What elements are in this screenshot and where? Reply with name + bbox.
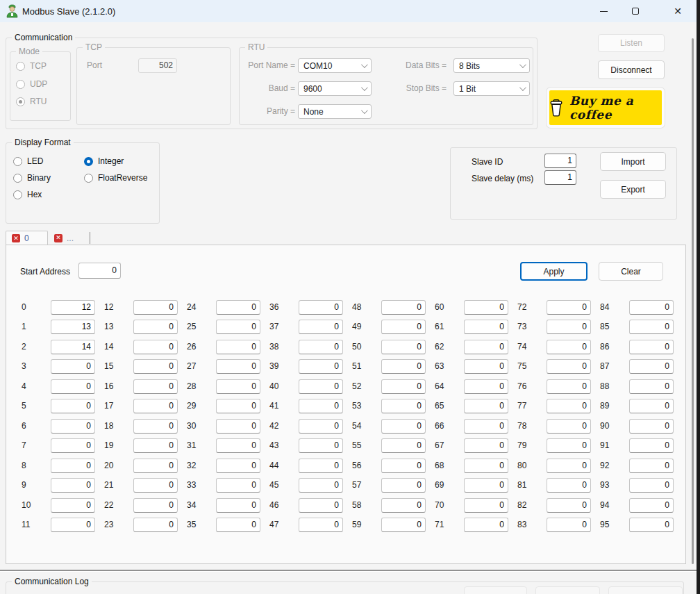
- register-input-22[interactable]: 0: [133, 498, 178, 513]
- radio-floatreverse[interactable]: FloatReverse: [84, 173, 147, 183]
- register-input-41[interactable]: 0: [299, 399, 343, 413]
- register-input-47[interactable]: 0: [299, 518, 343, 532]
- register-input-1[interactable]: 13: [51, 320, 95, 334]
- register-input-71[interactable]: 0: [464, 518, 508, 532]
- register-input-10[interactable]: 0: [51, 498, 95, 513]
- register-input-6[interactable]: 0: [51, 419, 95, 434]
- slave-id-input[interactable]: 1: [544, 154, 576, 168]
- register-input-15[interactable]: 0: [133, 359, 178, 374]
- log-button-1[interactable]: [464, 586, 527, 594]
- radio-binary[interactable]: Binary: [13, 173, 51, 183]
- register-input-94[interactable]: 0: [629, 498, 674, 513]
- radio-tcp[interactable]: TCP: [16, 61, 47, 71]
- register-input-34[interactable]: 0: [216, 498, 260, 513]
- register-input-45[interactable]: 0: [299, 478, 343, 493]
- register-input-57[interactable]: 0: [381, 478, 426, 493]
- register-input-2[interactable]: 14: [51, 340, 95, 354]
- register-input-50[interactable]: 0: [381, 340, 426, 354]
- register-input-68[interactable]: 0: [464, 459, 508, 473]
- register-input-63[interactable]: 0: [464, 359, 508, 374]
- stop-bits-combo[interactable]: 1 Bit: [453, 81, 530, 96]
- register-input-5[interactable]: 0: [51, 399, 95, 413]
- register-input-84[interactable]: 0: [629, 300, 674, 315]
- register-input-61[interactable]: 0: [464, 320, 508, 334]
- register-input-18[interactable]: 0: [133, 419, 178, 434]
- register-input-70[interactable]: 0: [464, 498, 508, 513]
- register-input-31[interactable]: 0: [216, 438, 260, 453]
- log-button-2[interactable]: [535, 586, 600, 594]
- register-input-25[interactable]: 0: [216, 320, 260, 334]
- register-input-40[interactable]: 0: [299, 379, 343, 394]
- register-input-93[interactable]: 0: [629, 478, 674, 493]
- register-input-44[interactable]: 0: [299, 459, 343, 473]
- slave-delay-input[interactable]: 1: [544, 170, 576, 185]
- register-input-79[interactable]: 0: [547, 438, 591, 453]
- buy-me-a-coffee-button[interactable]: Buy me a coffee: [547, 88, 665, 128]
- register-input-24[interactable]: 0: [216, 300, 260, 315]
- register-input-53[interactable]: 0: [381, 399, 426, 413]
- register-input-76[interactable]: 0: [547, 379, 591, 394]
- register-input-42[interactable]: 0: [299, 419, 343, 434]
- register-input-17[interactable]: 0: [133, 399, 178, 413]
- register-input-59[interactable]: 0: [381, 518, 426, 532]
- register-input-9[interactable]: 0: [51, 478, 95, 493]
- register-input-27[interactable]: 0: [216, 359, 260, 374]
- register-input-38[interactable]: 0: [299, 340, 343, 354]
- register-input-86[interactable]: 0: [629, 340, 674, 354]
- register-input-80[interactable]: 0: [547, 459, 591, 473]
- register-input-33[interactable]: 0: [216, 478, 260, 493]
- register-input-37[interactable]: 0: [299, 320, 343, 334]
- register-input-48[interactable]: 0: [381, 300, 426, 315]
- register-input-75[interactable]: 0: [547, 359, 591, 374]
- register-input-16[interactable]: 0: [133, 379, 178, 394]
- disconnect-button[interactable]: Disconnect: [598, 60, 665, 79]
- register-input-85[interactable]: 0: [629, 320, 674, 334]
- register-input-67[interactable]: 0: [464, 438, 508, 453]
- register-input-91[interactable]: 0: [629, 438, 674, 453]
- register-input-90[interactable]: 0: [629, 419, 674, 434]
- register-input-35[interactable]: 0: [216, 518, 260, 532]
- register-input-60[interactable]: 0: [464, 300, 508, 315]
- tcp-port-input[interactable]: 502: [138, 58, 177, 73]
- register-input-82[interactable]: 0: [547, 498, 591, 513]
- register-input-64[interactable]: 0: [464, 379, 508, 394]
- register-input-54[interactable]: 0: [381, 419, 426, 434]
- port-name-combo[interactable]: COM10: [298, 58, 372, 73]
- register-input-11[interactable]: 0: [51, 518, 95, 532]
- register-input-14[interactable]: 0: [133, 340, 178, 354]
- minimize-button[interactable]: [588, 0, 619, 22]
- import-button[interactable]: Import: [600, 152, 666, 171]
- register-input-74[interactable]: 0: [547, 340, 591, 354]
- register-input-66[interactable]: 0: [464, 419, 508, 434]
- register-input-72[interactable]: 0: [547, 300, 591, 315]
- register-input-21[interactable]: 0: [133, 478, 178, 493]
- register-input-13[interactable]: 0: [133, 320, 178, 334]
- log-button-3[interactable]: [608, 586, 683, 594]
- register-input-55[interactable]: 0: [381, 438, 426, 453]
- close-button[interactable]: ✕: [658, 0, 697, 22]
- register-input-30[interactable]: 0: [216, 419, 260, 434]
- register-input-3[interactable]: 0: [51, 359, 95, 374]
- register-input-49[interactable]: 0: [381, 320, 426, 334]
- register-input-81[interactable]: 0: [547, 478, 591, 493]
- register-input-26[interactable]: 0: [216, 340, 260, 354]
- register-input-8[interactable]: 0: [51, 459, 95, 473]
- register-input-7[interactable]: 0: [51, 438, 95, 453]
- register-input-43[interactable]: 0: [299, 438, 343, 453]
- listen-button[interactable]: Listen: [598, 34, 665, 52]
- vertical-scrollbar[interactable]: [692, 38, 694, 564]
- radio-rtu[interactable]: RTU: [16, 97, 47, 106]
- start-address-input[interactable]: 0: [78, 263, 121, 279]
- register-input-19[interactable]: 0: [133, 438, 178, 453]
- tab-1[interactable]: ✕ ...: [49, 231, 89, 245]
- register-input-89[interactable]: 0: [629, 399, 674, 413]
- register-input-73[interactable]: 0: [547, 320, 591, 334]
- register-input-20[interactable]: 0: [133, 459, 178, 473]
- radio-hex[interactable]: Hex: [13, 190, 42, 199]
- register-input-52[interactable]: 0: [381, 379, 426, 394]
- register-input-28[interactable]: 0: [216, 379, 260, 394]
- register-input-65[interactable]: 0: [464, 399, 508, 413]
- register-input-95[interactable]: 0: [629, 518, 674, 532]
- radio-udp[interactable]: UDP: [16, 79, 47, 89]
- register-input-12[interactable]: 0: [133, 300, 178, 315]
